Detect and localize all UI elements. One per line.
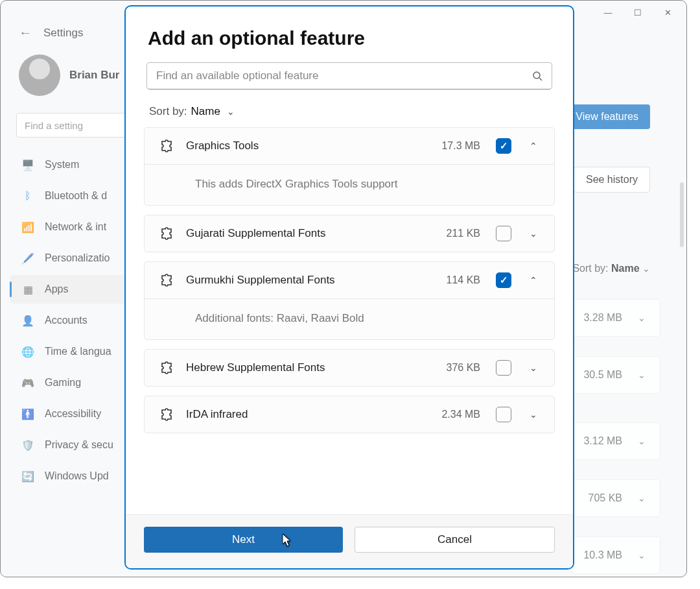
feature-row: Hebrew Supplemental Fonts376 KB⌄ — [144, 349, 555, 387]
feature-name: Gurmukhi Supplemental Fonts — [186, 274, 435, 287]
feature-description: Additional fonts: Raavi, Raavi Bold — [145, 298, 554, 339]
puzzle-icon — [159, 138, 174, 154]
feature-size: 2.34 MB — [441, 409, 480, 420]
feature-checkbox[interactable] — [496, 138, 511, 154]
feature-row: Gurmukhi Supplemental Fonts114 KB⌃Additi… — [144, 261, 555, 340]
puzzle-icon — [159, 407, 174, 422]
dialog-sort[interactable]: Sort by: Name ⌄ — [126, 90, 573, 127]
feature-size: 114 KB — [447, 274, 480, 286]
dialog-title: Add an optional feature — [126, 6, 573, 62]
chevron-up-icon[interactable]: ⌃ — [527, 275, 540, 285]
feature-size: 17.3 MB — [441, 140, 480, 152]
feature-header[interactable]: Gurmukhi Supplemental Fonts114 KB⌃ — [145, 262, 554, 298]
feature-name: IrDA infrared — [186, 408, 430, 421]
chevron-down-icon: ⌄ — [224, 106, 237, 117]
feature-row: IrDA infrared2.34 MB⌄ — [144, 396, 555, 433]
feature-header[interactable]: Hebrew Supplemental Fonts376 KB⌄ — [145, 350, 554, 386]
svg-point-0 — [533, 72, 540, 78]
feature-header[interactable]: Gujarati Supplemental Fonts211 KB⌄ — [145, 215, 554, 252]
feature-checkbox[interactable] — [496, 272, 511, 288]
feature-size: 211 KB — [447, 228, 480, 239]
puzzle-icon — [159, 360, 174, 376]
cancel-button[interactable]: Cancel — [355, 527, 555, 553]
feature-header[interactable]: Graphics Tools17.3 MB⌃ — [145, 128, 554, 164]
chevron-down-icon[interactable]: ⌄ — [527, 363, 540, 373]
feature-size: 376 KB — [447, 362, 480, 374]
puzzle-icon — [159, 226, 174, 241]
chevron-up-icon[interactable]: ⌃ — [527, 141, 540, 151]
feature-header[interactable]: IrDA infrared2.34 MB⌄ — [145, 396, 554, 433]
search-icon — [532, 71, 542, 81]
next-button[interactable]: Next — [144, 527, 343, 553]
feature-row: Graphics Tools17.3 MB⌃This adds DirectX … — [144, 127, 555, 206]
add-feature-dialog: Add an optional feature Find an availabl… — [124, 5, 574, 570]
feature-checkbox[interactable] — [496, 360, 511, 376]
feature-checkbox[interactable] — [496, 407, 511, 422]
feature-search-input[interactable]: Find an available optional feature — [146, 62, 552, 90]
feature-name: Gujarati Supplemental Fonts — [186, 227, 435, 240]
chevron-down-icon[interactable]: ⌄ — [527, 228, 540, 239]
feature-row: Gujarati Supplemental Fonts211 KB⌄ — [144, 215, 555, 252]
puzzle-icon — [159, 272, 174, 288]
feature-name: Graphics Tools — [186, 139, 430, 152]
chevron-down-icon[interactable]: ⌄ — [527, 409, 540, 420]
feature-checkbox[interactable] — [496, 226, 511, 241]
feature-description: This adds DirectX Graphics Tools support — [145, 164, 554, 205]
feature-name: Hebrew Supplemental Fonts — [186, 361, 435, 374]
